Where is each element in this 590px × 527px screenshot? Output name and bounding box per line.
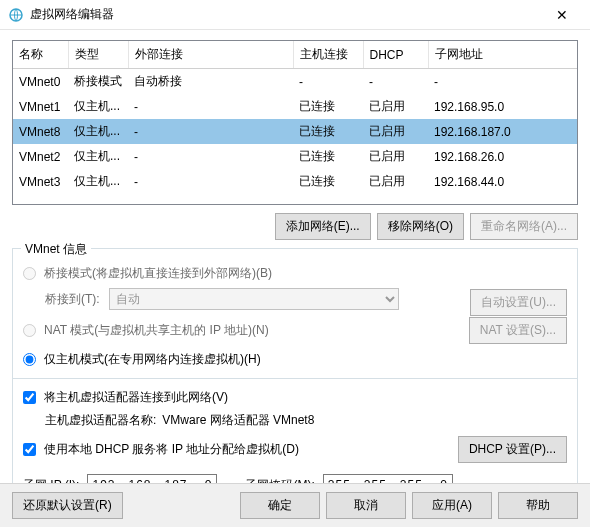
connect-host-adapter-checkbox[interactable]: 将主机虚拟适配器连接到此网络(V): [23, 389, 567, 406]
table-row[interactable]: VMnet0桥接模式自动桥接---: [13, 69, 577, 95]
adapter-name-label: 主机虚拟适配器名称:: [45, 412, 156, 429]
dialog-footer: 还原默认设置(R) 确定 取消 应用(A) 帮助: [0, 483, 590, 527]
network-table[interactable]: 名称类型外部连接主机连接DHCP子网地址 VMnet0桥接模式自动桥接---VM…: [12, 40, 578, 205]
table-row[interactable]: VMnet2仅主机...-已连接已启用192.168.26.0: [13, 144, 577, 169]
dhcp-settings-button[interactable]: DHCP 设置(P)...: [458, 436, 567, 463]
restore-defaults-button[interactable]: 还原默认设置(R): [12, 492, 123, 519]
table-row[interactable]: VMnet1仅主机...-已连接已启用192.168.95.0: [13, 94, 577, 119]
hostonly-mode-radio[interactable]: 仅主机模式(在专用网络内连接虚拟机)(H): [23, 351, 567, 368]
ok-button[interactable]: 确定: [240, 492, 320, 519]
apply-button[interactable]: 应用(A): [412, 492, 492, 519]
rename-network-button: 重命名网络(A)...: [470, 213, 578, 240]
close-icon[interactable]: ✕: [542, 1, 582, 29]
remove-network-button[interactable]: 移除网络(O): [377, 213, 464, 240]
group-title: VMnet 信息: [21, 241, 91, 258]
bridge-to-label: 桥接到(T):: [45, 291, 103, 308]
vmnet-info-group: VMnet 信息 桥接模式(将虚拟机直接连接到外部网络)(B) 桥接到(T): …: [12, 248, 578, 509]
table-row[interactable]: VMnet8仅主机...-已连接已启用192.168.187.0: [13, 119, 577, 144]
use-dhcp-checkbox[interactable]: 使用本地 DHCP 服务将 IP 地址分配给虚拟机(D): [23, 441, 299, 458]
nat-settings-button: NAT 设置(S)...: [469, 317, 567, 344]
help-button[interactable]: 帮助: [498, 492, 578, 519]
table-header[interactable]: 类型: [68, 41, 128, 69]
table-header[interactable]: 子网地址: [428, 41, 577, 69]
titlebar: 虚拟网络编辑器 ✕: [0, 0, 590, 30]
nat-mode-radio[interactable]: NAT 模式(与虚拟机共享主机的 IP 地址)(N): [23, 322, 269, 339]
table-header[interactable]: 名称: [13, 41, 68, 69]
window-title: 虚拟网络编辑器: [30, 6, 542, 23]
cancel-button[interactable]: 取消: [326, 492, 406, 519]
divider: [13, 378, 577, 379]
bridge-to-select: 自动: [109, 288, 399, 310]
auto-settings-button: 自动设置(U)...: [470, 289, 567, 316]
table-row[interactable]: VMnet3仅主机...-已连接已启用192.168.44.0: [13, 169, 577, 194]
table-header[interactable]: 主机连接: [293, 41, 363, 69]
table-header[interactable]: 外部连接: [128, 41, 293, 69]
app-icon: [8, 7, 24, 23]
table-header[interactable]: DHCP: [363, 41, 428, 69]
bridge-mode-radio[interactable]: 桥接模式(将虚拟机直接连接到外部网络)(B): [23, 265, 272, 282]
add-network-button[interactable]: 添加网络(E)...: [275, 213, 371, 240]
adapter-name-value: VMware 网络适配器 VMnet8: [162, 412, 314, 429]
